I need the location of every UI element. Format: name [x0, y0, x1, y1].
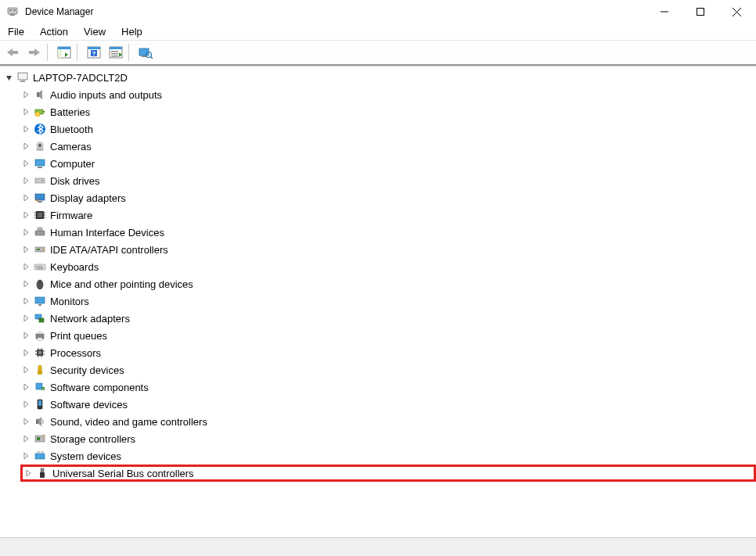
- tree-category-node[interactable]: Storage controllers: [20, 430, 756, 447]
- chevron-right-icon[interactable]: [20, 296, 31, 307]
- chevron-right-icon[interactable]: [20, 261, 31, 272]
- tree-category-node[interactable]: Audio inputs and outputs: [20, 86, 756, 103]
- close-button[interactable]: [718, 0, 754, 23]
- svg-rect-5: [697, 9, 704, 16]
- chevron-right-icon[interactable]: [20, 192, 31, 203]
- scan-hardware-button[interactable]: [136, 43, 155, 62]
- category-label: Audio inputs and outputs: [50, 89, 162, 101]
- tree-category-node[interactable]: Firmware: [20, 206, 756, 224]
- tree-category-node[interactable]: Mice and other pointing devices: [20, 275, 756, 292]
- tree-category-node[interactable]: IDE ATA/ATAPI controllers: [20, 241, 756, 258]
- category-label: System devices: [50, 450, 121, 462]
- tree-category-node[interactable]: Display adapters: [20, 189, 756, 206]
- chevron-right-icon[interactable]: [23, 468, 34, 479]
- forward-button[interactable]: [25, 43, 44, 62]
- chevron-right-icon[interactable]: [20, 244, 31, 255]
- chevron-right-icon[interactable]: [20, 450, 31, 461]
- tree-category-node[interactable]: System devices: [20, 447, 756, 465]
- computer-icon: [16, 70, 30, 84]
- svg-line-25: [151, 57, 153, 59]
- tree-category-node[interactable]: Human Interface Devices: [20, 224, 756, 241]
- chevron-right-icon[interactable]: [20, 227, 31, 238]
- chevron-right-icon[interactable]: [20, 399, 31, 410]
- back-button[interactable]: [3, 43, 22, 62]
- system-icon: [33, 449, 47, 463]
- tree-category-node[interactable]: Keyboards: [20, 258, 756, 275]
- chevron-right-icon[interactable]: [20, 416, 31, 427]
- svg-rect-93: [35, 454, 45, 459]
- svg-rect-55: [37, 249, 40, 250]
- svg-rect-45: [38, 213, 42, 217]
- bluetooth-icon: [33, 122, 47, 136]
- menu-action[interactable]: Action: [32, 24, 76, 39]
- network-icon: [33, 311, 47, 325]
- svg-rect-27: [19, 74, 27, 79]
- tree-category-node[interactable]: Software devices: [20, 396, 756, 413]
- tree-root-node[interactable]: LAPTOP-7ADCLT2D: [3, 69, 756, 86]
- svg-rect-31: [43, 111, 45, 113]
- chevron-right-icon[interactable]: [20, 347, 31, 358]
- usb-icon: [35, 466, 49, 480]
- tree-category-node[interactable]: +Software components: [20, 378, 756, 396]
- chevron-right-icon[interactable]: [20, 175, 31, 186]
- chevron-right-icon[interactable]: [20, 278, 31, 289]
- category-label: Software components: [50, 382, 149, 393]
- category-label: Firmware: [50, 210, 92, 221]
- tree-category-node[interactable]: Print queues: [20, 327, 756, 344]
- keyboard-icon: [33, 260, 47, 274]
- chevron-right-icon[interactable]: [20, 89, 31, 100]
- device-tree[interactable]: LAPTOP-7ADCLT2D Audio inputs and outputs…: [0, 66, 756, 528]
- svg-rect-3: [10, 14, 15, 16]
- display-icon: [33, 191, 47, 205]
- spacer: [0, 528, 756, 537]
- device-manager-icon: [6, 5, 19, 18]
- maximize-button[interactable]: [682, 0, 718, 23]
- tree-category-node[interactable]: Cameras: [20, 138, 756, 155]
- menu-view[interactable]: View: [76, 24, 113, 39]
- chevron-right-icon[interactable]: [20, 433, 31, 444]
- tree-category-node[interactable]: Security devices: [20, 361, 756, 378]
- chevron-right-icon[interactable]: [20, 313, 31, 324]
- category-label: Universal Serial Bus controllers: [52, 468, 194, 479]
- tree-category-node[interactable]: Network adapters: [20, 310, 756, 327]
- chevron-right-icon[interactable]: [20, 330, 31, 341]
- tree-category-node[interactable]: Bluetooth: [20, 120, 756, 138]
- security-icon: [33, 363, 47, 377]
- chevron-right-icon[interactable]: [20, 158, 31, 169]
- menu-help[interactable]: Help: [113, 24, 150, 39]
- chevron-right-icon[interactable]: [20, 382, 31, 393]
- properties-button[interactable]: [106, 43, 125, 62]
- chevron-right-icon[interactable]: [20, 210, 31, 221]
- svg-text:+: +: [42, 386, 45, 391]
- svg-rect-9: [29, 51, 35, 54]
- chevron-right-icon[interactable]: [20, 124, 31, 135]
- svg-rect-0: [8, 8, 17, 14]
- svg-rect-58: [36, 266, 38, 267]
- tree-category-node[interactable]: Monitors: [20, 292, 756, 310]
- tree-category-node[interactable]: Batteries: [20, 103, 756, 120]
- tree-category-node[interactable]: Computer: [20, 155, 756, 172]
- tree-category-node[interactable]: Sound, video and game controllers: [20, 413, 756, 430]
- minimize-button[interactable]: [646, 0, 682, 23]
- svg-rect-96: [41, 468, 44, 472]
- svg-point-56: [42, 249, 44, 250]
- svg-rect-52: [35, 231, 45, 235]
- tree-category-node[interactable]: Universal Serial Bus controllers: [20, 465, 756, 482]
- category-label: Bluetooth: [50, 124, 93, 135]
- chevron-down-icon[interactable]: [3, 72, 14, 83]
- chevron-right-icon[interactable]: [20, 106, 31, 117]
- svg-rect-89: [38, 400, 41, 406]
- show-hide-console-tree-button[interactable]: [55, 43, 74, 62]
- menu-file[interactable]: File: [3, 24, 32, 39]
- svg-rect-71: [38, 338, 42, 340]
- tree-category-node[interactable]: Disk drives: [20, 172, 756, 189]
- svg-point-84: [39, 371, 41, 373]
- toolbar-separator: [128, 44, 133, 61]
- help-button[interactable]: ?: [85, 43, 103, 62]
- chevron-right-icon[interactable]: [20, 364, 31, 375]
- category-label: Batteries: [50, 106, 90, 118]
- tree-category-node[interactable]: Processors: [20, 344, 756, 361]
- chevron-right-icon[interactable]: [20, 141, 31, 152]
- svg-rect-1: [9, 9, 12, 11]
- svg-rect-94: [37, 451, 40, 454]
